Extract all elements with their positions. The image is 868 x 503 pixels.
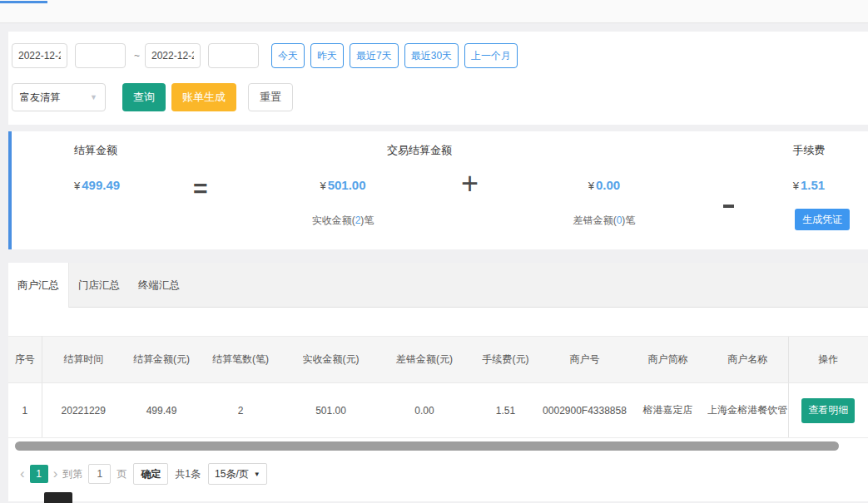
plus-operator: + <box>461 166 479 201</box>
settle-amount-value: ¥499.49 <box>74 178 120 192</box>
header-merchant-name: 商户名称 <box>707 337 788 383</box>
cell-merchant-short-name: 榕港嘉定店 <box>628 383 707 438</box>
header-merchant-short-name: 商户简称 <box>628 337 707 383</box>
minus-operator <box>723 205 734 208</box>
cell-seq: 1 <box>8 383 42 438</box>
settle-amount-label: 结算金额 <box>74 143 117 158</box>
quick-range-last30days-button[interactable]: 最近30天 <box>404 43 459 68</box>
settlement-table: 序号 结算时间 结算金额(元) 结算笔数(笔) 实收金额(元) 差错金额(元) … <box>8 336 868 438</box>
reset-button[interactable]: 重置 <box>248 83 293 111</box>
cell-received-amount: 501.00 <box>283 383 379 438</box>
page-unit-label: 页 <box>117 467 126 481</box>
date-range-separator: ~ <box>134 50 140 62</box>
summary-table-panel: 商户汇总 门店汇总 终端汇总 序号 结算时间 结算金额(元) 结算笔数(笔) <box>8 263 868 501</box>
top-tab-bar <box>0 0 868 23</box>
page-size-value: 15条/页 <box>215 467 249 481</box>
error-amount-value: ¥0.00 <box>538 178 671 192</box>
tab-merchant-summary[interactable]: 商户汇总 <box>8 263 69 308</box>
currency-symbol: ¥ <box>793 180 799 192</box>
header-received-amount: 实收金额(元) <box>283 337 379 383</box>
filter-panel: ~ 今天 昨天 最近7天 最近30天 上一个月 富友清算 ▼ 查询 账单生成 重… <box>8 32 868 125</box>
pagination: ‹ 1 › 到第 页 确定 共1条 15条/页 ▼ <box>8 463 868 485</box>
active-tab-indicator <box>0 1 47 3</box>
chevron-down-icon: ▼ <box>254 471 260 478</box>
quick-range-today-button[interactable]: 今天 <box>271 43 305 68</box>
channel-select[interactable]: 富友清算 ▼ <box>12 83 106 111</box>
generate-voucher-button[interactable]: 生成凭证 <box>795 209 850 230</box>
cell-merchant-no: 0002900F4338858 <box>541 383 628 438</box>
settlement-summary-panel: 结算金额 ¥499.49 = 交易结算金额 ¥501.00 实收金额(2)笔 +… <box>8 131 868 249</box>
header-settle-date: 结算时间 <box>42 337 125 383</box>
cell-merchant-name: 上海金榕港餐饮管 <box>707 383 788 438</box>
trade-settle-amount-label: 交易结算金额 <box>336 143 503 158</box>
equals-operator: = <box>193 175 208 203</box>
cell-settle-date: 20221229 <box>42 383 125 438</box>
table-row: 1 20221229 499.49 2 501.00 0.00 1.51 000… <box>8 383 868 438</box>
next-page-icon[interactable]: › <box>48 465 63 483</box>
goto-page-input[interactable] <box>88 464 111 484</box>
page-size-select[interactable]: 15条/页 ▼ <box>208 463 267 485</box>
table-container: 序号 结算时间 结算金额(元) 结算笔数(笔) 实收金额(元) 差错金额(元) … <box>8 308 868 485</box>
currency-symbol: ¥ <box>320 180 325 192</box>
start-date-input[interactable] <box>12 43 67 68</box>
received-amount-value: ¥501.00 <box>276 178 409 192</box>
prev-page-icon[interactable]: ‹ <box>15 465 30 483</box>
horizontal-scrollbar <box>8 441 868 451</box>
header-fee: 手续费(元) <box>470 337 541 383</box>
goto-label: 到第 <box>62 467 82 481</box>
chevron-down-icon: ▼ <box>90 93 97 101</box>
end-date-input[interactable] <box>145 43 201 68</box>
channel-select-value: 富友清算 <box>20 91 60 105</box>
action-filter-row: 富友清算 ▼ 查询 账单生成 重置 <box>12 83 860 111</box>
quick-range-lastmonth-button[interactable]: 上一个月 <box>464 43 518 68</box>
header-action: 操作 <box>788 337 868 383</box>
bill-generate-button[interactable]: 账单生成 <box>171 83 236 111</box>
fee-value: ¥1.51 <box>751 178 867 192</box>
quick-range-buttons: 今天 昨天 最近7天 最近30天 上一个月 <box>271 43 523 68</box>
start-time-input[interactable] <box>75 43 126 68</box>
page-1-button[interactable]: 1 <box>30 465 48 483</box>
horizontal-scrollbar-thumb[interactable] <box>15 441 839 451</box>
header-error-amount: 差错金额(元) <box>379 337 470 383</box>
header-settle-amount: 结算金额(元) <box>125 337 198 383</box>
main-content: ~ 今天 昨天 最近7天 最近30天 上一个月 富友清算 ▼ 查询 账单生成 重… <box>8 32 868 501</box>
table-header-row: 序号 结算时间 结算金额(元) 结算笔数(笔) 实收金额(元) 差错金额(元) … <box>8 337 868 383</box>
quick-range-last7days-button[interactable]: 最近7天 <box>350 43 399 68</box>
view-detail-button[interactable]: 查看明细 <box>801 398 855 423</box>
cell-settle-amount: 499.49 <box>125 383 198 438</box>
header-settle-count: 结算笔数(笔) <box>198 337 283 383</box>
summary-tabs: 商户汇总 门店汇总 终端汇总 <box>8 263 868 308</box>
cell-error-amount: 0.00 <box>379 383 470 438</box>
currency-symbol: ¥ <box>74 180 80 192</box>
end-time-input[interactable] <box>208 43 259 68</box>
tab-terminal-summary[interactable]: 终端汇总 <box>129 263 189 307</box>
received-amount-sublabel: 实收金额(2)笔 <box>276 214 409 228</box>
total-count-label: 共1条 <box>175 467 201 481</box>
goto-confirm-button[interactable]: 确定 <box>133 463 168 485</box>
date-filter-row: ~ 今天 昨天 最近7天 最近30天 上一个月 <box>12 43 860 68</box>
tooltip-fragment <box>44 492 72 503</box>
cell-action: 查看明细 <box>788 383 868 438</box>
currency-symbol: ¥ <box>588 180 594 192</box>
header-merchant-no: 商户号 <box>541 337 628 383</box>
cell-settle-count: 2 <box>198 383 283 438</box>
tab-store-summary[interactable]: 门店汇总 <box>69 263 129 307</box>
error-amount-sublabel: 差错金额(0)笔 <box>538 214 671 228</box>
fee-label: 手续费 <box>751 143 867 158</box>
header-seq: 序号 <box>8 337 42 383</box>
query-button[interactable]: 查询 <box>122 83 166 111</box>
quick-range-yesterday-button[interactable]: 昨天 <box>310 43 344 68</box>
cell-fee: 1.51 <box>470 383 541 438</box>
